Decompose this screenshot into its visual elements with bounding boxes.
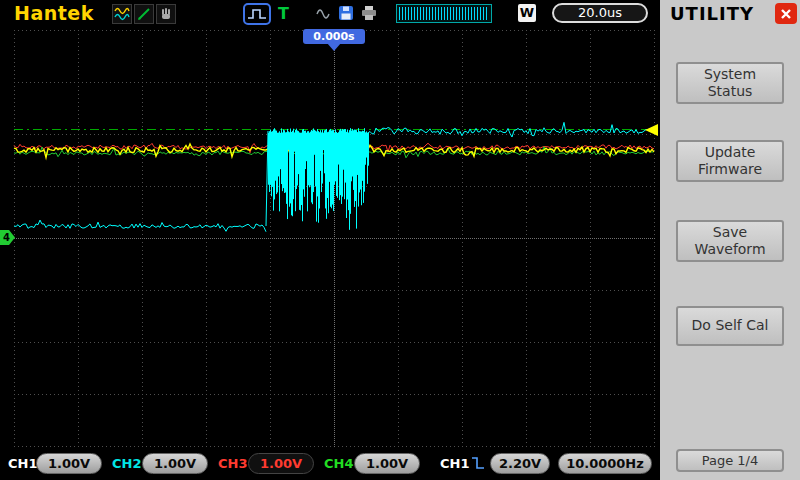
top-bar: Hantek T — [0, 0, 660, 28]
oscilloscope-screen: Hantek T — [0, 0, 800, 480]
waves-icon — [114, 6, 130, 22]
waveform-canvas — [0, 28, 660, 448]
do-self-cal-button[interactable]: Do Self Cal — [676, 306, 784, 346]
close-menu-button[interactable] — [775, 3, 797, 24]
system-status-button[interactable]: System Status — [676, 62, 784, 104]
wave-small-icon — [316, 6, 332, 20]
page-indicator-button[interactable]: Page 1/4 — [676, 449, 784, 472]
trigger-source-label: CH1 — [440, 456, 469, 471]
utility-menu-panel: UTILITY System Status Update Firmware Sa… — [660, 0, 800, 480]
trigger-time-pointer — [327, 43, 341, 51]
pen-tool-icon[interactable] — [134, 4, 154, 24]
trigger-level-marker[interactable] — [645, 124, 658, 136]
trigger-time-badge[interactable]: 0.000s — [303, 29, 365, 44]
timebase-readout[interactable]: 20.0us — [552, 3, 648, 23]
pen-icon — [136, 6, 152, 22]
ch4-scale-readout[interactable]: 1.00V — [354, 453, 420, 474]
print-icon[interactable] — [360, 5, 378, 21]
ch1-label: CH1 — [8, 456, 37, 471]
pulse-icon — [246, 6, 268, 22]
trigger-slope-icon — [470, 455, 486, 471]
hand-tool-icon[interactable] — [156, 4, 176, 24]
update-firmware-button[interactable]: Update Firmware — [676, 140, 784, 182]
scope-display: 0.000s 4 — [0, 28, 660, 448]
menu-title: UTILITY — [670, 3, 754, 24]
ch2-scale-readout[interactable]: 1.00V — [142, 453, 208, 474]
waveform-preview-box — [396, 4, 492, 23]
hand-icon — [158, 6, 174, 22]
frequency-counter-readout: 10.0000Hz — [558, 453, 652, 474]
save-waveform-button[interactable]: Save Waveform — [676, 220, 784, 262]
save-floppy-icon[interactable] — [338, 5, 354, 21]
trigger-status-letter: T — [278, 4, 289, 23]
waveform-mode-icon[interactable] — [112, 4, 132, 24]
trigger-mode-button[interactable] — [243, 3, 271, 25]
ch3-label: CH3 — [218, 456, 247, 471]
window-mode-badge: W — [518, 4, 536, 22]
ch2-label: CH2 — [112, 456, 141, 471]
ch3-scale-readout[interactable]: 1.00V — [248, 453, 314, 474]
close-icon — [780, 8, 792, 20]
bottom-bar: CH1 1.00V CH2 1.00V CH3 1.00V CH4 1.00V … — [0, 448, 660, 480]
ch1-scale-readout[interactable]: 1.00V — [36, 453, 102, 474]
waveform-preview-trace — [399, 7, 489, 20]
trigger-level-readout[interactable]: 2.20V — [490, 453, 550, 474]
ch4-label: CH4 — [324, 456, 353, 471]
brand-logo: Hantek — [14, 2, 94, 24]
